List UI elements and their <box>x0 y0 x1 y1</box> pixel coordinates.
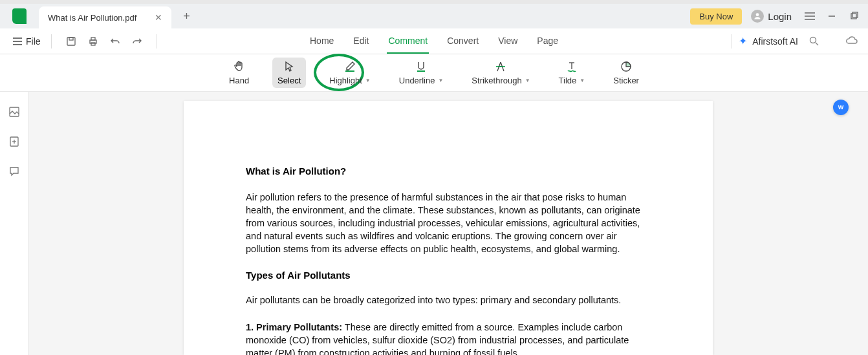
word-export-badge[interactable]: W <box>833 100 849 115</box>
chevron-down-icon: ▼ <box>365 78 371 83</box>
tab-home[interactable]: Home <box>309 29 335 54</box>
chevron-down-icon: ▼ <box>580 78 585 83</box>
svg-rect-5 <box>851 14 856 19</box>
titlebar: What is Air Pollution.pdf ✕ + Buy Now Lo… <box>0 4 868 28</box>
highlight-label: Highlight▼ <box>329 76 371 85</box>
svg-rect-10 <box>67 38 75 45</box>
strikethrough-tool[interactable]: Strikethrough▼ <box>466 58 535 88</box>
tab-comment[interactable]: Comment <box>387 29 429 54</box>
ai-label: Afirstsoft AI <box>752 36 798 47</box>
close-tab-icon[interactable]: ✕ <box>155 12 162 23</box>
svg-point-0 <box>756 13 759 16</box>
strikethrough-label: Strikethrough▼ <box>472 76 530 85</box>
tilde-icon <box>565 60 579 73</box>
chevron-down-icon: ▼ <box>438 78 443 83</box>
select-label: Select <box>277 76 301 85</box>
restore-icon[interactable] <box>845 7 863 25</box>
tab-convert[interactable]: Convert <box>446 29 480 54</box>
separator <box>157 34 157 48</box>
strikethrough-icon <box>494 60 508 73</box>
cloud-icon[interactable] <box>845 36 858 47</box>
doc-paragraph-3: 1. Primary Pollutants: These are directl… <box>246 321 651 355</box>
buy-now-button[interactable]: Buy Now <box>690 8 742 25</box>
workspace: What is Air Pollution? Air pollution ref… <box>0 92 868 355</box>
hand-tool[interactable]: Hand <box>224 58 254 88</box>
separator <box>51 34 52 48</box>
minimize-icon[interactable] <box>823 7 841 25</box>
left-sidebar <box>0 92 28 355</box>
hand-icon <box>232 60 246 73</box>
underline-tool[interactable]: Underline▼ <box>394 58 449 88</box>
sticker-label: Sticker <box>613 76 639 85</box>
tab-view[interactable]: View <box>497 29 519 54</box>
tilde-label: Tilde▼ <box>559 76 585 85</box>
new-tab-button[interactable]: + <box>183 10 190 23</box>
sticker-icon <box>619 60 633 73</box>
svg-rect-11 <box>69 38 73 40</box>
search-icon[interactable] <box>805 32 823 50</box>
menubar: File Home Edit Comment Convert View Page… <box>0 28 868 54</box>
tab-page[interactable]: Page <box>536 29 559 54</box>
user-icon <box>751 10 764 23</box>
underline-icon <box>414 60 428 73</box>
redo-icon[interactable] <box>128 32 146 50</box>
document-tab[interactable]: What is Air Pollution.pdf ✕ <box>39 6 171 28</box>
login-label: Login <box>768 11 792 22</box>
cursor-icon <box>282 60 296 73</box>
tilde-tool[interactable]: Tilde▼ <box>554 58 591 88</box>
file-menu[interactable]: File <box>13 36 41 47</box>
sparkle-icon: ✦ <box>739 35 747 47</box>
login-button[interactable]: Login <box>746 7 797 25</box>
sticker-tool[interactable]: Sticker <box>608 58 644 88</box>
document-canvas[interactable]: What is Air Pollution? Air pollution ref… <box>28 92 868 355</box>
svg-line-16 <box>816 43 818 45</box>
hand-label: Hand <box>229 76 249 85</box>
doc-paragraph-2: Air pollutants can be broadly categorize… <box>246 294 651 307</box>
thumbnails-icon[interactable] <box>7 105 21 119</box>
marker-icon <box>343 60 357 73</box>
file-label: File <box>26 36 41 47</box>
svg-rect-6 <box>852 12 858 17</box>
undo-icon[interactable] <box>106 32 124 50</box>
main-tabs: Home Edit Comment Convert View Page <box>309 29 559 54</box>
highlight-tool[interactable]: Highlight▼ <box>324 58 376 88</box>
doc-paragraph-1: Air pollution refers to the presence of … <box>246 191 651 255</box>
doc-heading-2: Types of Air Pollutants <box>246 270 651 281</box>
tab-title: What is Air Pollution.pdf <box>48 13 136 23</box>
app-logo[interactable] <box>0 8 39 24</box>
tab-edit[interactable]: Edit <box>352 29 370 54</box>
svg-rect-14 <box>91 43 95 45</box>
select-tool[interactable]: Select <box>272 58 306 88</box>
separator <box>732 34 732 48</box>
chevron-down-icon: ▼ <box>525 78 530 83</box>
pdf-page: What is Air Pollution? Air pollution ref… <box>184 101 713 355</box>
hamburger-menu-icon[interactable] <box>801 7 819 25</box>
doc-heading-1: What is Air Pollution? <box>246 166 651 177</box>
comment-toolbar: Hand Select Highlight▼ Underline▼ Strike… <box>0 54 868 92</box>
comments-icon[interactable] <box>7 164 21 178</box>
save-icon[interactable] <box>62 32 80 50</box>
ai-assistant-button[interactable]: ✦ Afirstsoft AI <box>739 35 798 47</box>
bookmarks-icon[interactable] <box>7 134 21 149</box>
svg-point-15 <box>810 38 816 43</box>
print-icon[interactable] <box>84 32 102 50</box>
svg-rect-13 <box>91 38 95 40</box>
underline-label: Underline▼ <box>399 76 444 85</box>
